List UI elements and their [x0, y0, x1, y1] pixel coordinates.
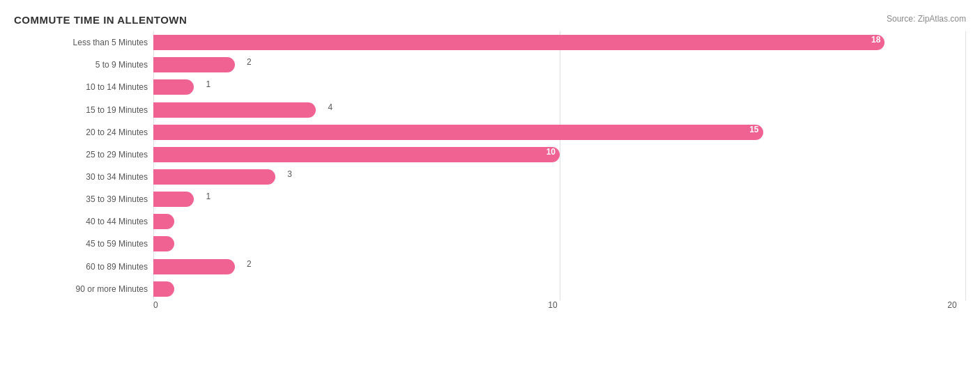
bar-row: 25 to 29 Minutes10: [14, 143, 966, 166]
bar-label: 90 or more Minutes: [14, 284, 153, 294]
bar-fill: 3: [153, 169, 275, 185]
bar-fill: 10: [153, 147, 560, 162]
bar-label: 10 to 14 Minutes: [14, 82, 153, 92]
chart-container: COMMUTE TIME IN ALLENTOWN Source: ZipAtl…: [0, 0, 980, 365]
bars-area: Less than 5 Minutes185 to 9 Minutes210 t…: [14, 31, 966, 300]
bar-value: 2: [247, 259, 252, 269]
bar-row: 90 or more Minutes: [14, 278, 966, 300]
bar-track: [153, 281, 966, 297]
bar-fill: 15: [153, 125, 763, 140]
bar-track: 2: [153, 57, 966, 72]
x-axis-label: 10: [548, 300, 557, 310]
chart-title: COMMUTE TIME IN ALLENTOWN: [14, 14, 966, 26]
bar-track: 2: [153, 259, 966, 274]
bar-label: 25 to 29 Minutes: [14, 150, 153, 160]
bar-value: 10: [546, 147, 556, 157]
bar-value: 18: [871, 35, 880, 45]
bar-fill: [153, 281, 174, 297]
bar-fill: 4: [153, 102, 316, 118]
bar-row: 15 to 19 Minutes4: [14, 99, 966, 121]
chart-source: Source: ZipAtlas.com: [887, 14, 966, 24]
bar-value: 3: [287, 169, 292, 179]
x-axis-label: 20: [947, 300, 956, 310]
bar-fill: 2: [153, 259, 235, 274]
bar-value: 15: [749, 125, 758, 134]
bar-track: 15: [153, 125, 966, 140]
bar-track: 10: [153, 147, 966, 162]
bar-value: 2: [247, 57, 252, 67]
bar-value: 1: [206, 192, 211, 201]
bar-label: 15 to 19 Minutes: [14, 105, 153, 115]
bar-track: [153, 214, 966, 229]
bar-fill: [153, 236, 174, 251]
bar-row: 10 to 14 Minutes1: [14, 76, 966, 98]
bar-row: 40 to 44 Minutes: [14, 210, 966, 233]
bar-track: 1: [153, 79, 966, 95]
bar-label: 40 to 44 Minutes: [14, 217, 153, 226]
bar-label: 35 to 39 Minutes: [14, 194, 153, 204]
bar-fill: [153, 214, 174, 229]
bar-value: 1: [206, 79, 211, 89]
bar-row: 45 to 59 Minutes: [14, 233, 966, 255]
bar-track: 1: [153, 192, 966, 207]
bar-row: 60 to 89 Minutes2: [14, 256, 966, 278]
bar-fill: 1: [153, 79, 194, 95]
chart-area: Less than 5 Minutes185 to 9 Minutes210 t…: [14, 31, 966, 320]
bar-label: Less than 5 Minutes: [14, 38, 153, 47]
bar-label: 30 to 34 Minutes: [14, 172, 153, 182]
x-axis-label: 0: [153, 300, 158, 310]
bar-row: 5 to 9 Minutes2: [14, 54, 966, 76]
bar-fill: 18: [153, 35, 885, 50]
bar-fill: 1: [153, 192, 194, 207]
bar-label: 20 to 24 Minutes: [14, 127, 153, 137]
bar-row: Less than 5 Minutes18: [14, 31, 966, 54]
bar-row: 20 to 24 Minutes15: [14, 121, 966, 143]
bar-track: 3: [153, 169, 966, 185]
bar-value: 4: [328, 102, 333, 112]
bar-track: 18: [153, 35, 966, 50]
bar-track: 4: [153, 102, 966, 118]
bar-label: 60 to 89 Minutes: [14, 262, 153, 272]
x-axis: 01020: [153, 300, 966, 320]
bar-label: 45 to 59 Minutes: [14, 239, 153, 249]
bar-track: [153, 236, 966, 251]
bar-fill: 2: [153, 57, 235, 72]
bar-label: 5 to 9 Minutes: [14, 60, 153, 70]
bar-row: 35 to 39 Minutes1: [14, 188, 966, 210]
bar-row: 30 to 34 Minutes3: [14, 166, 966, 188]
